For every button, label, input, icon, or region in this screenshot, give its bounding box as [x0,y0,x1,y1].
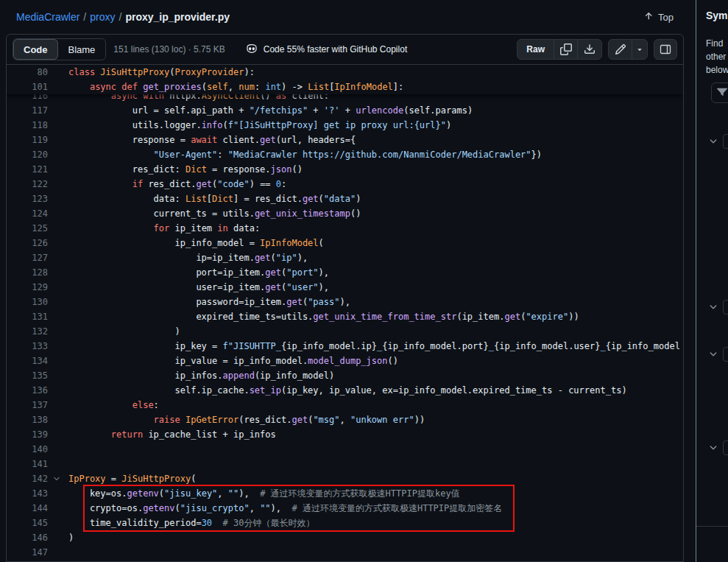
fold-spacer [48,309,66,324]
line-number[interactable]: 131 [7,309,48,324]
line-number[interactable]: 132 [7,324,48,339]
line-number[interactable]: 119 [7,133,48,147]
code-line: 117 url = self.api_path + "/fetchips" + … [7,103,683,118]
fold-spacer [48,457,66,471]
line-number[interactable]: 126 [7,236,48,250]
line-number[interactable]: 146 [7,530,48,545]
code-text: ip_key = f"JISUHTTP_{ip_info_model.ip}_{… [66,339,680,354]
symbol-section-toggle[interactable] [708,134,728,149]
line-number[interactable]: 125 [7,221,48,236]
fold-spacer [48,206,66,221]
symbols-panel: Sym Find other below [696,0,728,562]
tab-blame[interactable]: Blame [58,39,106,60]
code-line: 145 time_validity_period=30 # 30分钟（最长时效） [7,516,683,530]
line-number[interactable]: 130 [7,295,48,309]
line-number[interactable]: 128 [7,265,48,280]
symbol-section-toggle[interactable] [708,300,728,315]
line-number[interactable]: 147 [7,545,48,560]
fold-spacer [48,442,66,457]
raw-button[interactable]: Raw [517,40,554,59]
line-number[interactable]: 137 [7,398,48,412]
code-text: crypto=os.getenv("jisu_crypto", ""), # 通… [66,501,502,516]
tab-code[interactable]: Code [13,39,58,60]
triangle-down-icon [635,45,644,54]
symbols-panel-description: other [706,52,726,62]
line-number[interactable]: 118 [7,118,48,133]
fold-spacer [48,265,66,280]
fold-spacer [48,133,66,147]
code-line: 80class JiSuHttpProxy(ProxyProvider): [7,65,683,80]
code-line: 131 expired_time_ts=utils.get_unix_time_… [7,309,683,324]
code-text: password=ip_item.get("pass"), [66,295,350,309]
file-view: MediaCrawler / proxy / proxy_ip_provider… [0,0,696,562]
download-button[interactable] [578,40,601,59]
code-text: self.ip_cache.set_ip(ip_key, ip_value, e… [66,383,627,398]
fold-chevron-icon[interactable] [48,471,66,486]
line-number[interactable]: 142 [7,471,48,486]
copy-icon [560,43,572,55]
line-number[interactable]: 139 [7,427,48,442]
line-number[interactable]: 127 [7,250,48,265]
code-text: utils.logger.info(f"[JiSuHttpProxy] get … [66,118,451,133]
line-number[interactable]: 129 [7,280,48,295]
line-number[interactable]: 121 [7,162,48,177]
code-text: ip=ip_item.get("ip"), [66,250,308,265]
fold-spacer [48,162,66,177]
symbol-pill [723,300,728,315]
symbol-section-toggle[interactable] [708,440,728,455]
code-line: 141 [7,457,683,471]
code-line: 125 for ip_item in data: [7,221,683,236]
line-number[interactable]: 138 [7,412,48,427]
chevron-down-icon [708,302,718,312]
line-number[interactable]: 140 [7,442,48,457]
download-icon [584,43,596,55]
symbols-panel-button[interactable] [654,39,677,60]
line-number[interactable]: 120 [7,147,48,162]
code-text: key=os.getenv("jisu_key", ""), # 通过环境变量的… [66,486,460,501]
line-number[interactable]: 117 [7,103,48,118]
line-number[interactable]: 141 [7,457,48,471]
edit-button[interactable] [609,40,632,59]
line-number[interactable]: 133 [7,339,48,354]
symbol-section-toggle[interactable] [708,347,728,362]
copy-button[interactable] [554,40,578,59]
line-number[interactable]: 136 [7,383,48,398]
line-number[interactable]: 144 [7,501,48,516]
line-number[interactable]: 80 [7,65,48,80]
code-line: 128 port=ip_item.get("port"), [7,265,683,280]
raw-button-group: Raw [517,39,602,60]
edit-dropdown-button[interactable] [632,40,647,59]
copilot-text: Code 55% faster with GitHub Copilot [264,44,407,55]
symbols-panel-description: Find [706,38,723,49]
fold-spacer [48,221,66,236]
line-number[interactable]: 122 [7,177,48,192]
code-line: 133 ip_key = f"JISUHTTP_{ip_info_model.i… [7,339,683,354]
breadcrumb-dir-link[interactable]: proxy [90,11,115,23]
code-text: time_validity_period=30 # 30分钟（最长时效） [66,516,314,530]
fold-spacer [48,398,66,412]
code-line: 121 res_dict: Dict = response.json() [7,162,683,177]
edit-button-group [608,39,648,60]
line-number[interactable]: 135 [7,368,48,383]
fold-spacer [48,80,66,94]
line-number[interactable]: 134 [7,354,48,368]
code-text: url = self.api_path + "/fetchips" + '?' … [66,103,473,118]
code-area: 116 async with httpx.AsyncClient() as cl… [7,65,683,561]
code-line: 126 ip_info_model = IpInfoModel( [7,236,683,250]
code-blame-switcher: Code Blame [13,38,106,60]
symbol-pill [723,347,728,362]
fold-spacer [48,236,66,250]
code-text: data: List[Dict] = res_dict.get("data") [66,192,361,206]
line-number[interactable]: 123 [7,192,48,206]
filter-symbols-input[interactable] [711,82,728,103]
fold-spacer [48,368,66,383]
fold-spacer [48,412,66,427]
line-number[interactable]: 124 [7,206,48,221]
code-line: 137 else: [7,398,683,412]
fold-spacer [48,177,66,192]
line-number[interactable]: 101 [7,80,48,94]
back-to-top-button[interactable]: Top [643,11,674,24]
breadcrumb-repo-link[interactable]: MediaCrawler [16,11,79,23]
line-number[interactable]: 143 [7,486,48,501]
line-number[interactable]: 145 [7,516,48,530]
